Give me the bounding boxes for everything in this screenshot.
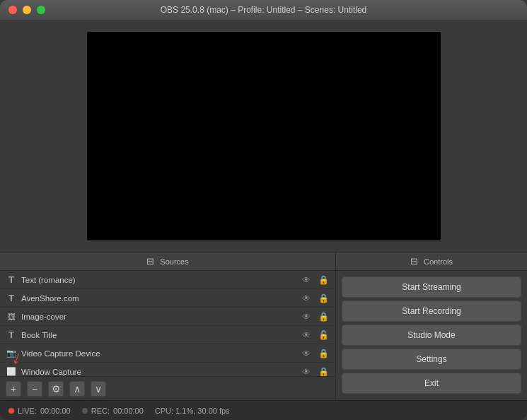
sources-panel-title: Sources [160,257,188,266]
rec-time: 00:00:00 [113,407,144,415]
source-type-icon: ⬜ [6,366,17,377]
controls-panel: ⊟ Controls Start StreamingStart Recordin… [336,252,527,400]
live-status: LIVE: 00:00:00 [8,407,71,415]
source-lock-button[interactable]: 🔒 [317,274,330,286]
controls-buttons: Start StreamingStart RecordingStudio Mod… [336,271,527,400]
source-item-actions: 👁🔒 [300,366,330,377]
source-settings-button[interactable]: ⚙ [48,381,64,397]
source-item[interactable]: TAvenShore.com👁🔒 [0,289,335,308]
source-name-label: Text (romance) [21,276,300,284]
bottom-panels: ⊟ Sources TText (romance)👁🔒TAvenShore.co… [0,252,527,400]
source-visibility-button[interactable]: 👁 [300,366,313,377]
title-bar: OBS 25.0.8 (mac) – Profile: Untitled – S… [0,0,527,20]
source-item[interactable]: 🖼Image-cover👁🔒 [0,308,335,326]
source-lock-button[interactable]: 🔒 [317,366,330,377]
cpu-text: CPU: 1.1%, 30.00 fps [155,407,230,415]
sources-monitor-icon: ⊟ [146,256,154,267]
preview-canvas [87,32,441,240]
settings-button[interactable]: Settings [342,349,521,370]
source-item[interactable]: ⬜Window Capture👁🔒 [0,363,335,376]
source-item-actions: 👁🔒 [300,292,330,305]
maximize-button[interactable] [37,6,45,14]
exit-button[interactable]: Exit [342,373,521,394]
main-content: ⊟ Sources TText (romance)👁🔒TAvenShore.co… [0,20,527,400]
studio-mode-button[interactable]: Studio Mode [342,325,521,346]
source-lock-button[interactable]: 🔒 [317,347,330,360]
controls-panel-title: Controls [424,257,453,266]
source-visibility-button[interactable]: 👁 [300,347,313,360]
source-item[interactable]: 📷Video Capture Device👁🔒 [0,344,335,363]
rec-status: REC: 00:00:00 [82,407,144,415]
controls-monitor-icon: ⊟ [410,256,418,267]
live-label: LIVE: [18,407,37,415]
sources-list: TText (romance)👁🔒TAvenShore.com👁🔒🖼Image-… [0,271,335,376]
source-lock-button[interactable]: 🔒 [317,310,330,323]
add-source-button[interactable]: + [6,381,21,397]
sources-panel-header: ⊟ Sources [0,252,335,271]
rec-label: REC: [91,407,110,415]
source-item-actions: 👁🔒 [300,274,330,286]
source-visibility-button[interactable]: 👁 [300,274,313,286]
preview-area [0,20,527,252]
sources-panel: ⊟ Sources TText (romance)👁🔒TAvenShore.co… [0,252,336,400]
source-visibility-button[interactable]: 👁 [300,310,313,323]
source-type-icon: 📷 [6,348,17,359]
minimize-button[interactable] [23,6,31,14]
source-visibility-button[interactable]: 👁 [300,329,313,342]
source-name-label: AvenShore.com [21,294,300,303]
source-item-actions: 👁🔒 [300,310,330,323]
source-item-actions: 👁🔓 [300,329,330,342]
close-button[interactable] [8,6,17,14]
move-source-up-button[interactable]: ∧ [69,381,85,397]
source-type-icon: T [6,274,17,286]
source-type-icon: T [6,293,17,304]
live-time: 00:00:00 [40,407,71,415]
window-title: OBS 25.0.8 (mac) – Profile: Untitled – S… [161,5,366,15]
source-name-label: Book Title [21,331,300,339]
source-name-label: Video Capture Device [21,349,300,358]
cpu-status: CPU: 1.1%, 30.00 fps [155,407,230,415]
sources-toolbar: + − ⚙ ∧ ∨ [0,376,335,400]
status-bar: LIVE: 00:00:00 REC: 00:00:00 CPU: 1.1%, … [0,400,527,420]
source-type-icon: T [6,329,17,341]
controls-panel-header: ⊟ Controls [336,252,527,271]
source-visibility-button[interactable]: 👁 [300,292,313,305]
source-lock-button[interactable]: 🔒 [317,292,330,305]
source-name-label: Image-cover [21,313,300,321]
live-dot [8,408,14,414]
source-name-label: Window Capture [21,368,300,376]
start-streaming-button[interactable]: Start Streaming [342,276,521,298]
start-recording-button[interactable]: Start Recording [342,301,521,322]
source-item[interactable]: TText (romance)👁🔒 [0,271,335,289]
move-source-down-button[interactable]: ∨ [91,381,106,397]
source-item[interactable]: TBook Title👁🔓 [0,326,335,344]
source-item-actions: 👁🔒 [300,347,330,360]
remove-source-button[interactable]: − [27,381,42,397]
source-type-icon: 🖼 [6,311,17,322]
source-lock-button[interactable]: 🔓 [317,329,330,342]
window-controls [8,6,45,14]
rec-dot [82,408,88,414]
